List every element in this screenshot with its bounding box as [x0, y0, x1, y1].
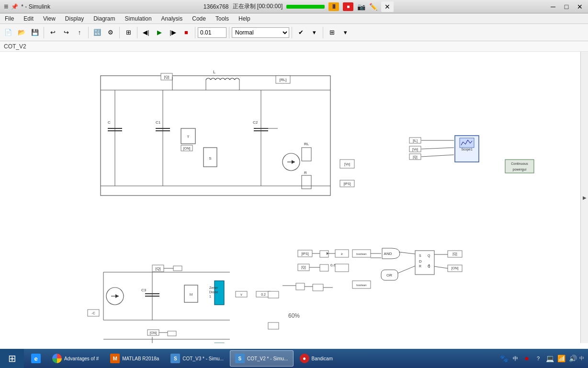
taskbar-item-matlab[interactable]: M MATLAB R2018a [105, 350, 164, 367]
taskbar-item-bandicam-label: Bandicam [312, 356, 333, 361]
undo-button[interactable]: ↩ [46, 26, 59, 39]
tray-network[interactable]: 📶 [556, 354, 566, 363]
menu-help[interactable]: Help [234, 13, 255, 24]
svg-rect-137 [313, 284, 323, 291]
svg-text:≥: ≥ [341, 252, 343, 255]
tray-volume[interactable]: 🔊 [568, 354, 577, 363]
check-button[interactable]: ✔ [294, 26, 307, 39]
svg-text:Diode: Diode [209, 290, 218, 294]
pause-recording-button[interactable]: ⏸ [328, 2, 339, 11]
svg-rect-0 [0, 52, 588, 343]
bandicam-icon: ● [300, 354, 309, 363]
taskbar-item-chrome[interactable]: Advantages of # [47, 350, 104, 367]
zoom-indicator: 60% [288, 312, 300, 319]
svg-rect-142 [268, 291, 279, 298]
svg-text:C1: C1 [156, 120, 161, 125]
separator-8 [323, 27, 323, 38]
titlebar: ≡ 📌 * - Simulink 1366x768 正在录制 [00:00:00… [0, 0, 588, 13]
svg-text:S: S [419, 254, 421, 257]
recording-controls: 1366x768 正在录制 [00:00:00] ⏸ ■ 📷 ✏️ ✕ [204, 1, 394, 12]
menu-view[interactable]: View [38, 13, 60, 24]
grid-dropdown-button[interactable]: ▾ [339, 26, 351, 39]
lang-icon[interactable]: 中 [510, 354, 520, 363]
svg-text:C: C [108, 120, 111, 125]
open-button[interactable]: 📂 [15, 26, 28, 39]
close-button[interactable]: ✕ [574, 1, 586, 12]
svg-text:[RL]: [RL] [280, 78, 287, 82]
pin-icon[interactable]: 📌 [11, 3, 18, 10]
taskbar-items: e Advantages of # M MATLAB R2018a S COT_… [24, 350, 499, 367]
tray-red-dot: ● [522, 354, 531, 363]
stop-button[interactable]: ■ [180, 26, 192, 39]
screenshot-button[interactable]: 📷 [357, 3, 365, 11]
menu-code[interactable]: Code [187, 13, 211, 24]
save-button[interactable]: 💾 [29, 26, 41, 39]
sim-mode-select[interactable]: Normal Accelerator Rapid Accelerator [232, 27, 289, 38]
svg-text:1: 1 [209, 295, 211, 298]
model-explorer-button[interactable]: ⊞ [122, 26, 135, 39]
menu-tools[interactable]: Tools [211, 13, 234, 24]
zoom-level: 60% [288, 312, 300, 319]
svg-text:[ON]: [ON] [183, 147, 190, 150]
separator-3 [119, 27, 120, 38]
hamburger-icon[interactable]: ≡ [4, 2, 8, 11]
taskbar-item-cot-v2[interactable]: S COT_V2 * - Simu... [230, 350, 294, 367]
menu-file[interactable]: File [0, 13, 19, 24]
svg-text:S: S [209, 156, 211, 161]
step-back-button[interactable]: ◀| [140, 26, 152, 39]
breadcrumb-path: COT_V2 [4, 43, 26, 50]
dropdown-button[interactable]: ▾ [308, 26, 320, 39]
separator-1 [44, 27, 44, 38]
svg-text:0.2: 0.2 [261, 293, 266, 296]
step-forward-button[interactable]: |▶ [167, 26, 179, 39]
stop-recording-button[interactable]: ■ [343, 2, 353, 11]
window-controls: ─ □ ✕ [547, 1, 588, 12]
menu-edit[interactable]: Edit [19, 13, 38, 24]
taskbar-item-matlab-label: MATLAB R2018a [122, 356, 159, 361]
recording-close-button[interactable]: ✕ [381, 1, 394, 12]
taskbar-item-ie[interactable]: e [26, 350, 46, 367]
start-button[interactable]: ⊞ [0, 349, 24, 368]
taskbar-item-bandicam[interactable]: ● Bandicam [294, 350, 338, 367]
taskbar: ⊞ e Advantages of # M MATLAB R2018a S CO… [0, 349, 588, 368]
paw-icon[interactable]: 🐾 [499, 354, 509, 363]
menu-diagram[interactable]: Diagram [89, 13, 120, 24]
redo-button[interactable]: ↪ [60, 26, 72, 39]
svg-text:L: L [213, 69, 215, 74]
sim-time-input[interactable] [198, 27, 226, 38]
svg-text:D: D [419, 259, 422, 264]
maximize-button[interactable]: □ [560, 1, 573, 12]
menu-analysis[interactable]: Analysis [157, 13, 188, 24]
simulink-canvas[interactable]: [Q] L [RL] Scope1 [IL] [Vo] [Q] Continuo… [0, 52, 588, 343]
recording-label: 正在录制 [00:00:00] [233, 2, 283, 11]
svg-text:v: v [240, 293, 242, 296]
chrome-icon [52, 354, 62, 363]
svg-rect-73 [168, 331, 176, 336]
menu-simulation[interactable]: Simulation [120, 13, 157, 24]
new-button[interactable]: 📄 [2, 26, 14, 39]
up-button[interactable]: ↑ [73, 26, 86, 39]
grid-button[interactable]: ⊞ [326, 26, 338, 39]
pen-button[interactable]: ✏️ [369, 3, 377, 11]
svg-text:C2: C2 [253, 120, 258, 125]
tray-help[interactable]: ? [533, 354, 543, 363]
taskbar-time: 中 [579, 355, 584, 362]
svg-text:M: M [190, 292, 193, 297]
settings-button[interactable]: ⚙ [104, 26, 117, 39]
right-scroll[interactable]: ▶ [580, 52, 588, 343]
simulink-v3-icon: S [170, 354, 180, 363]
taskbar-item-cot-v2-label: COT_V2 * - Simu... [247, 356, 288, 361]
separator-7 [292, 27, 292, 38]
svg-rect-106 [335, 264, 349, 272]
library-button[interactable]: 🔣 [91, 26, 103, 39]
svg-text:Scope1: Scope1 [461, 148, 473, 151]
svg-text:Continuous: Continuous [511, 162, 528, 165]
taskbar-item-cot-v3[interactable]: S COT_V3 * - Simu... [165, 350, 229, 367]
menu-display[interactable]: Display [60, 13, 89, 24]
minimize-button[interactable]: ─ [547, 1, 559, 12]
tray-computer[interactable]: 💻 [545, 354, 554, 363]
diagram-svg: [Q] L [RL] Scope1 [IL] [Vo] [Q] Continuo… [0, 52, 588, 343]
svg-text:[ON]: [ON] [452, 266, 458, 270]
ie-icon: e [31, 354, 41, 363]
run-button[interactable]: ▶ [153, 26, 166, 39]
